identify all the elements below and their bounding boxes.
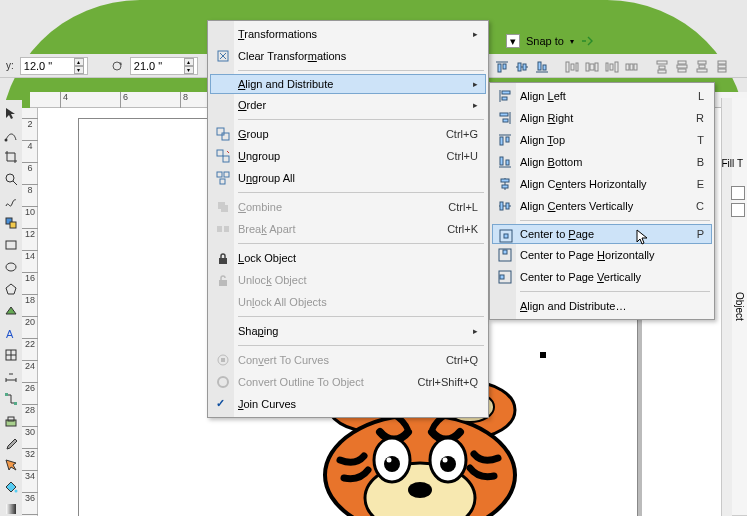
fill-tool-icon[interactable] — [2, 478, 20, 496]
svg-rect-79 — [221, 205, 228, 212]
y-field[interactable]: ▴▾ — [20, 57, 88, 75]
mi-center-page-v[interactable]: Center to Page Vertically — [492, 266, 712, 288]
mi-lock-object[interactable]: Lock Object — [210, 247, 486, 269]
dist-center-icon[interactable] — [584, 59, 600, 75]
svg-rect-41 — [718, 65, 726, 68]
svg-rect-21 — [576, 63, 578, 71]
svg-point-48 — [6, 263, 16, 271]
table-tool-icon[interactable] — [2, 346, 20, 364]
outline-tool-icon[interactable] — [2, 456, 20, 474]
pick-tool-icon[interactable] — [2, 104, 20, 122]
dist-vspace-icon[interactable] — [714, 59, 730, 75]
dist-vcenter-icon[interactable] — [674, 59, 690, 75]
align-bottom-icon[interactable] — [534, 59, 550, 75]
mi-align-left[interactable]: Align LeftL — [492, 85, 712, 107]
mi-center-to-page[interactable]: Center to PageP — [492, 224, 712, 244]
mi-order[interactable]: Order▸ — [210, 94, 486, 116]
check-icon: ✓ — [216, 397, 225, 410]
svg-rect-13 — [498, 64, 501, 72]
smartfill-tool-icon[interactable] — [2, 214, 20, 232]
vertical-ruler: 2 4 6 8 10 12 14 16 18 20 22 24 26 28 30… — [22, 108, 38, 516]
mi-align-centers-h[interactable]: Align Centers HorizontallyE — [492, 173, 712, 195]
dropdown-icon[interactable]: ▾ — [506, 34, 520, 48]
mi-ungroup[interactable]: UngroupCtrl+U — [210, 145, 486, 167]
mi-align-top[interactable]: Align TopT — [492, 129, 712, 151]
svg-rect-36 — [678, 69, 686, 72]
unlock-icon — [216, 273, 230, 287]
svg-point-86 — [218, 377, 228, 387]
mi-join-curves[interactable]: ✓Join Curves — [210, 393, 486, 415]
mi-align-and-distribute[interactable]: Align and Distribute▸ — [210, 74, 486, 94]
svg-rect-31 — [657, 61, 667, 64]
svg-rect-96 — [502, 185, 508, 188]
svg-rect-17 — [538, 62, 541, 70]
svg-rect-92 — [506, 137, 509, 142]
eyedropper-tool-icon[interactable] — [2, 434, 20, 452]
dist-bottom-icon[interactable] — [694, 59, 710, 75]
dist-top-icon[interactable] — [654, 59, 670, 75]
connector-tool-icon[interactable] — [2, 390, 20, 408]
ellipse-tool-icon[interactable] — [2, 258, 20, 276]
mi-ungroup-all[interactable]: Ungroup All — [210, 167, 486, 189]
chevron-down-icon[interactable]: ▾ — [570, 37, 574, 46]
basicshapes-tool-icon[interactable] — [2, 302, 20, 320]
interactivefill-tool-icon[interactable] — [2, 500, 20, 516]
selection-handle[interactable] — [540, 352, 546, 358]
group-icon — [216, 127, 230, 141]
zoom-tool-icon[interactable] — [2, 170, 20, 188]
polygon-tool-icon[interactable] — [2, 280, 20, 298]
mi-align-distribute-dlg[interactable]: Align and Distribute… — [492, 295, 712, 317]
freehand-tool-icon[interactable] — [2, 192, 20, 210]
svg-rect-42 — [718, 69, 726, 72]
svg-rect-74 — [223, 156, 229, 162]
mi-clear-transformations[interactable]: Clear Transformations — [210, 45, 486, 67]
svg-rect-46 — [10, 222, 16, 228]
svg-rect-85 — [221, 358, 225, 362]
text-tool-icon[interactable]: A — [2, 324, 20, 342]
align-middle-icon[interactable] — [514, 59, 530, 75]
rotate-icon[interactable] — [110, 59, 124, 73]
svg-rect-29 — [630, 64, 633, 70]
svg-rect-93 — [500, 157, 503, 165]
snap-options-icon[interactable] — [580, 34, 598, 48]
mi-transformations[interactable]: Transformations▸ — [210, 23, 486, 45]
align-toolbar — [490, 56, 730, 78]
swatch-none[interactable] — [731, 203, 745, 217]
swatch-white[interactable] — [731, 186, 745, 200]
svg-point-64 — [440, 456, 456, 472]
svg-rect-90 — [503, 119, 508, 122]
interactive-tool-icon[interactable] — [2, 412, 20, 430]
mi-center-page-h[interactable]: Center to Page Horizontally — [492, 244, 712, 266]
fill-label: Fill T — [722, 158, 743, 169]
svg-rect-102 — [503, 250, 507, 254]
dist-left-icon[interactable] — [564, 59, 580, 75]
mi-group[interactable]: GroupCtrl+G — [210, 123, 486, 145]
center-page-icon — [499, 229, 513, 243]
dist-right-icon[interactable] — [604, 59, 620, 75]
align-top2-icon — [498, 133, 512, 147]
svg-point-43 — [5, 139, 8, 142]
svg-point-66 — [443, 458, 448, 463]
mi-convert-curves: Convert To CurvesCtrl+Q — [210, 349, 486, 371]
svg-rect-32 — [659, 66, 665, 69]
align-hcent-icon — [498, 177, 512, 191]
dist-space-icon[interactable] — [624, 59, 640, 75]
svg-rect-47 — [6, 241, 16, 249]
snap-label: Snap to — [526, 35, 564, 47]
crop-tool-icon[interactable] — [2, 148, 20, 166]
mi-unlock-object: Unlock Object — [210, 269, 486, 291]
mi-align-centers-v[interactable]: Align Centers VerticallyC — [492, 195, 712, 217]
dimension-tool-icon[interactable] — [2, 368, 20, 386]
mi-align-right[interactable]: Align RightR — [492, 107, 712, 129]
rectangle-tool-icon[interactable] — [2, 236, 20, 254]
mi-align-bottom[interactable]: Align BottomB — [492, 151, 712, 173]
ungroup-all-icon — [216, 171, 230, 185]
h-field[interactable]: ▴▾ — [130, 57, 198, 75]
shape-tool-icon[interactable] — [2, 126, 20, 144]
mi-shaping[interactable]: Shaping▸ — [210, 320, 486, 342]
svg-point-67 — [408, 482, 432, 498]
svg-rect-15 — [518, 63, 521, 71]
lock-icon — [216, 251, 230, 265]
svg-point-44 — [6, 174, 14, 182]
align-top-icon[interactable] — [494, 59, 510, 75]
